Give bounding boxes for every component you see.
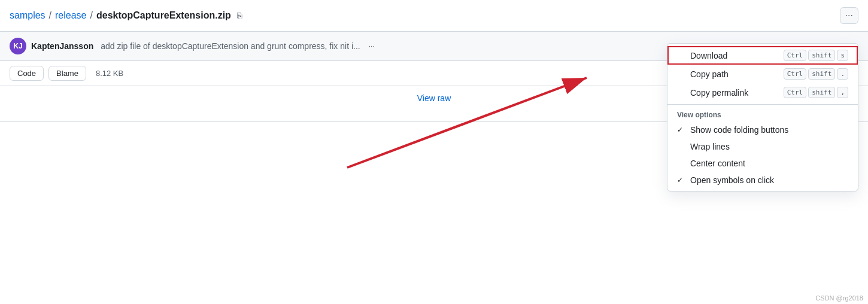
breadcrumb-filename: desktopCaptureExtension.zip (96, 10, 231, 21)
copy-permalink-shortcut: Ctrl shift , (784, 87, 848, 98)
menu-divider-1 (667, 104, 858, 105)
dropdown-menu: ✓ Download Ctrl shift s ✓ Copy path Ctrl… (667, 43, 858, 191)
breadcrumb-sep-1: / (49, 10, 51, 21)
download-menu-item[interactable]: ✓ Download Ctrl shift s (667, 46, 858, 65)
code-folding-check: ✓ (677, 126, 687, 134)
view-raw-link[interactable]: View raw (417, 93, 451, 103)
copy-icon[interactable]: ⎘ (237, 11, 242, 20)
kbd-s: s (837, 50, 848, 61)
copy-path-item-left: ✓ Copy path (677, 69, 729, 79)
avatar: KJ (10, 38, 26, 54)
kbd-ctrl-cl: Ctrl (784, 87, 807, 98)
show-code-folding-label: Show code folding buttons (690, 125, 788, 135)
blame-tab[interactable]: Blame (48, 66, 86, 81)
breadcrumb-samples[interactable]: samples (10, 10, 45, 21)
wrap-lines-left: ✓ Wrap lines (677, 142, 730, 151)
open-symbols-label: Open symbols on click (690, 175, 774, 185)
breadcrumb: samples / release / desktopCaptureExtens… (0, 0, 868, 32)
open-symbols-left: ✓ Open symbols on click (677, 175, 774, 185)
kbd-ctrl: Ctrl (784, 50, 807, 61)
show-code-folding-left: ✓ Show code folding buttons (677, 125, 788, 135)
open-symbols-check: ✓ (677, 176, 687, 184)
copy-permalink-label: Copy permalink (690, 88, 748, 98)
wrap-lines-menu-item[interactable]: ✓ Wrap lines (667, 138, 858, 155)
center-content-label: Center content (690, 159, 745, 168)
download-item-left: ✓ Download (677, 51, 727, 60)
breadcrumb-release[interactable]: release (55, 10, 86, 21)
code-tab[interactable]: Code (10, 66, 44, 81)
file-size: 8.12 KB (96, 69, 123, 78)
kbd-dot: . (837, 68, 848, 80)
download-label: Download (690, 51, 727, 60)
commit-message: add zip file of desktopCaptureExtension … (101, 41, 360, 51)
show-code-folding-menu-item[interactable]: ✓ Show code folding buttons (667, 121, 858, 138)
center-content-left: ✓ Center content (677, 159, 745, 168)
commit-author[interactable]: KaptenJansson (31, 41, 93, 51)
download-shortcut: Ctrl shift s (784, 50, 848, 61)
center-content-menu-item[interactable]: ✓ Center content (667, 155, 858, 172)
kbd-shift: shift (808, 50, 835, 61)
kbd-ctrl-cp: Ctrl (784, 68, 807, 80)
wrap-lines-label: Wrap lines (690, 142, 730, 151)
kbd-shift-cl: shift (808, 87, 835, 98)
copy-permalink-item-left: ✓ Copy permalink (677, 88, 748, 98)
kbd-comma: , (837, 87, 848, 98)
view-options-label: View options (667, 107, 858, 121)
copy-path-shortcut: Ctrl shift . (784, 68, 848, 80)
open-symbols-menu-item[interactable]: ✓ Open symbols on click (667, 172, 858, 189)
breadcrumb-sep-2: / (90, 10, 93, 21)
copy-path-label: Copy path (690, 69, 729, 79)
watermark: CSDN @rg2018 (815, 294, 863, 302)
copy-permalink-menu-item[interactable]: ✓ Copy permalink Ctrl shift , (667, 83, 858, 102)
commit-expand-button[interactable]: ··· (369, 42, 375, 50)
copy-path-menu-item[interactable]: ✓ Copy path Ctrl shift . (667, 65, 858, 83)
more-options-button[interactable]: ··· (840, 7, 858, 24)
kbd-shift-cp: shift (808, 68, 835, 80)
